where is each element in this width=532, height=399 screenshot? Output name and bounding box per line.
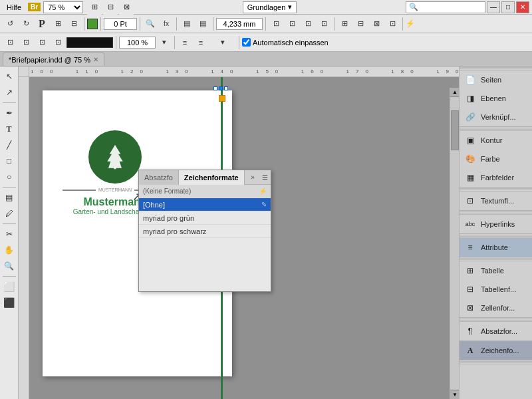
farbfelder-icon: ▦ (464, 171, 477, 184)
tb-btn-frame1[interactable]: ⊡ (269, 17, 283, 31)
selection-handle-tc[interactable] (219, 86, 223, 90)
tb-btn-f4[interactable]: ⊡ (385, 17, 400, 31)
fp-row-black[interactable]: myriad pro schwarz (139, 225, 271, 238)
fp-menu-btn[interactable]: ☰ (259, 170, 271, 185)
pt-input[interactable] (104, 18, 137, 30)
panel-item-absatzfor[interactable]: ¶ Absatzfor... (460, 322, 532, 340)
tool-color2[interactable]: ⬛ (2, 295, 17, 310)
tb-btn-f3[interactable]: ⊠ (369, 17, 384, 31)
tb2-btn2[interactable]: ⊡ (19, 35, 33, 50)
tb2-align-r[interactable]: ≡ (194, 35, 208, 50)
tb-btn-f1[interactable]: ⊞ (337, 17, 352, 31)
lt-sep-1 (3, 102, 16, 103)
tb2-btn4[interactable]: ⊡ (51, 35, 65, 50)
tool-rect[interactable]: □ (2, 154, 17, 168)
farbe-icon: 🎨 (464, 152, 477, 166)
win-maximize-btn[interactable]: □ (501, 1, 515, 13)
tb-btn-f2[interactable]: ⊟ (353, 17, 368, 31)
menu-hilfe[interactable]: Hilfe (3, 2, 25, 13)
fp-icons: » ☰ (247, 170, 271, 185)
tb-btn-frame2[interactable]: ⊡ (285, 17, 299, 31)
tb-btn-frame4[interactable]: ⊡ (317, 17, 331, 31)
tb-align-1[interactable]: ▤ (180, 17, 194, 31)
floating-panel: Absatzfo Zeichenformate » ☰ (Keine Forma… (138, 170, 271, 292)
color-black-swatch[interactable] (66, 37, 113, 48)
panel-label-kontur: Kontur (481, 136, 502, 144)
tb-btn-5[interactable]: ⊟ (66, 17, 81, 31)
tool-pen[interactable]: ✒ (2, 106, 17, 120)
panel-item-tabellenf[interactable]: ⊟ Tabellenf... (460, 280, 532, 299)
fp-row-ohne[interactable]: [Ohne] ✎ (139, 198, 271, 211)
tb-fx[interactable]: fx (159, 17, 174, 31)
br-badge: Br (28, 3, 41, 11)
panel-item-tabelle[interactable]: ⊞ Tabelle (460, 261, 532, 280)
tb-align-2[interactable]: ▤ (196, 17, 210, 31)
scroll-thumb[interactable] (451, 110, 459, 150)
tab-close-btn[interactable]: ✕ (93, 56, 98, 63)
panel-item-seiten[interactable]: 📄 Seiten (460, 70, 532, 89)
left-toolbar: ↖ ↗ ✒ T ╱ □ ○ ▤ 🖊 ✂ ✋ 🔍 ⬜ ⬛ (0, 66, 19, 399)
tb-btn-frame3[interactable]: ⊡ (301, 17, 315, 31)
panel-item-zellenfor[interactable]: ⊠ Zellenfor... (460, 299, 532, 317)
panel-item-attribute[interactable]: ≡ Attribute (460, 238, 532, 257)
doc-tab[interactable]: *Briefpapier.indd @ 75 % ✕ (3, 53, 104, 66)
panel-item-textumfl[interactable]: ⊡ Textumfl... (460, 192, 532, 210)
tool-type[interactable]: T (2, 122, 17, 136)
tb-undo[interactable]: ↺ (3, 17, 17, 31)
selection-handle-mid[interactable] (219, 95, 225, 102)
main-area: ↖ ↗ ✒ T ╱ □ ○ ▤ 🖊 ✂ ✋ 🔍 ⬜ ⬛ 100 110 120 … (0, 66, 532, 399)
win-close-btn[interactable]: ✕ (516, 1, 529, 13)
view-btn-2[interactable]: ⊟ (103, 0, 118, 15)
tool-line[interactable]: ╱ (2, 138, 17, 152)
tb2-align-l[interactable]: ≡ (178, 35, 192, 50)
mm-input[interactable] (216, 18, 263, 30)
workspace-dropdown[interactable]: Grundlagen ▾ (243, 1, 297, 13)
fp-row-black-label: myriad pro schwarz (143, 227, 206, 235)
selection-handle-tr[interactable] (224, 86, 228, 90)
win-minimize-btn[interactable]: — (487, 1, 500, 13)
search-input[interactable] (418, 3, 482, 11)
tool-hand[interactable]: ✋ (2, 243, 17, 257)
sep-2 (100, 17, 101, 31)
fp-tab-absatz[interactable]: Absatzfo (139, 170, 179, 185)
view-btn-1[interactable]: ⊞ (87, 0, 102, 15)
percent-input[interactable] (119, 37, 156, 49)
tb2-btn-arrow[interactable]: ▾ (157, 35, 172, 50)
panel-item-farbe[interactable]: 🎨 Farbe (460, 150, 532, 168)
color-swatch-green[interactable] (87, 19, 98, 29)
panel-item-verknuepf[interactable]: 🔗 Verknüpf... (460, 108, 532, 126)
doc-tab-label: *Briefpapier.indd @ 75 % (9, 56, 90, 64)
tb2-dropdown[interactable]: ▾ (209, 35, 236, 50)
panel-item-farbfelder[interactable]: ▦ Farbfelder (460, 168, 532, 187)
tb-magnify[interactable]: 🔍 (143, 17, 158, 31)
canvas-area: 100 110 120 130 140 150 160 170 180 190 … (19, 66, 459, 399)
tool-eyedrop[interactable]: 🖊 (2, 206, 17, 221)
tb2-btn1[interactable]: ⊡ (3, 35, 17, 50)
tool-direct-select[interactable]: ↗ (2, 85, 17, 100)
fp-row-green[interactable]: myriad pro grün (139, 211, 271, 225)
scrollbar-vertical[interactable]: ▲ ▼ (450, 88, 459, 399)
panel-item-hyperlinks[interactable]: abc Hyperlinks (460, 215, 532, 233)
auto-checkbox[interactable] (242, 38, 251, 47)
tool-select[interactable]: ↖ (2, 69, 17, 84)
tb-btn-4[interactable]: ⊞ (51, 17, 65, 31)
tool-gradient[interactable]: ▤ (2, 190, 17, 205)
zoom-select[interactable]: 75 % (43, 1, 83, 13)
tool-ellipse[interactable]: ○ (2, 170, 17, 184)
selection-handle-tl[interactable] (213, 86, 217, 90)
panel-item-kontur[interactable]: ▣ Kontur (460, 131, 532, 150)
tool-measure[interactable]: ✂ (2, 227, 17, 241)
tool-color1[interactable]: ⬜ (2, 279, 17, 294)
panel-item-ebenen[interactable]: ◨ Ebenen (460, 89, 532, 108)
tb-P[interactable]: P (35, 17, 49, 31)
tab-bar: *Briefpapier.indd @ 75 % ✕ (0, 52, 532, 66)
panel-item-zeichenfo[interactable]: A Zeichenfo... (460, 341, 532, 360)
fp-tab-zeichen[interactable]: Zeichenformate (179, 170, 245, 185)
lt-sep-3 (3, 223, 16, 224)
tb-redo[interactable]: ↻ (19, 17, 33, 31)
tb2-btn3[interactable]: ⊡ (35, 35, 49, 50)
tool-zoom[interactable]: 🔍 (2, 259, 17, 273)
view-btn-3[interactable]: ⊠ (119, 0, 134, 15)
fp-more-btn[interactable]: » (247, 170, 259, 185)
panel-section-8: A Zeichenfo... (460, 341, 532, 360)
